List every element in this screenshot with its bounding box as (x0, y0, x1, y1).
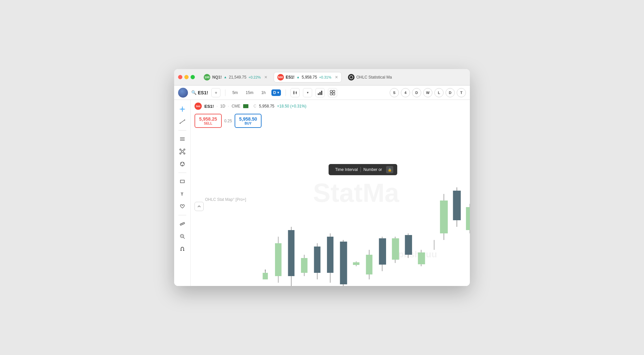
maximize-button[interactable] (191, 75, 195, 79)
buy-button[interactable]: 5,958.50 BUY (235, 114, 262, 128)
sell-label: SELL (199, 122, 217, 125)
svg-rect-8 (319, 92, 321, 95)
sell-button[interactable]: 5,958.25 SELL (195, 114, 222, 128)
active-interval-label: D (273, 90, 276, 95)
chart-header: 500 ES1! · 1D · CME C 5,958.75 +18.50 (+… (191, 100, 470, 112)
tab-es1[interactable]: 500 ES1! ▲ 5,958.75 +0.31% ✕ (274, 72, 342, 83)
svg-point-28 (180, 153, 181, 154)
minimize-button[interactable] (184, 75, 189, 79)
adjust-tool[interactable] (177, 159, 188, 169)
tooltip-lock-button[interactable]: 🔒 (386, 166, 393, 173)
svg-rect-84 (453, 191, 461, 220)
chart-type-dropdown[interactable]: ▾ (303, 88, 312, 97)
node-tool[interactable] (177, 146, 188, 157)
tab-symbol-es1: ES1! (286, 75, 295, 80)
svg-rect-59 (288, 230, 295, 276)
buy-price: 5,958.50 (239, 116, 257, 122)
dropdown-arrow: ▾ (277, 91, 279, 94)
interval-1h[interactable]: 1h (259, 89, 268, 96)
interval-5m[interactable]: 5m (230, 89, 240, 96)
hlines-tool[interactable] (177, 134, 188, 144)
svg-point-21 (184, 120, 185, 121)
svg-rect-4 (296, 92, 297, 94)
svg-point-0 (350, 76, 353, 79)
template-button[interactable] (328, 88, 337, 97)
line-tool[interactable] (177, 116, 188, 127)
svg-rect-9 (321, 91, 322, 95)
btn-W[interactable]: W (423, 88, 432, 97)
search-icon: 🔍 (191, 90, 196, 95)
ruler-icon (179, 221, 185, 227)
btn-L[interactable]: L (434, 88, 444, 97)
crosshair-tool[interactable] (177, 104, 188, 114)
svg-line-30 (181, 150, 182, 151)
crosshair-icon (179, 106, 186, 112)
sell-price: 5,958.25 (199, 116, 217, 122)
svg-rect-10 (330, 90, 332, 92)
close-button[interactable] (178, 75, 182, 79)
chart-container: T (174, 100, 470, 286)
tooltip-popup: Time Interval Number or 🔒 (329, 164, 397, 175)
chart-type-button[interactable] (290, 88, 300, 97)
tab-ohlc[interactable]: OHLC Statistical Ma (344, 72, 396, 83)
indicators-icon (317, 90, 323, 95)
chart-symbol: ES1! (204, 104, 214, 109)
symbol-search[interactable]: 🔍 ES1! (191, 90, 208, 95)
svg-rect-69 (353, 262, 359, 265)
rectangle-tool[interactable] (177, 176, 188, 187)
chart-exchange: CME (232, 104, 241, 108)
magnet-tool[interactable] (177, 244, 188, 254)
plus-icon: ＋ (214, 90, 218, 96)
ruler-tool[interactable] (177, 219, 188, 229)
candle-icon (292, 90, 298, 95)
svg-point-29 (184, 153, 185, 154)
adjust-icon (179, 161, 185, 167)
main-chart[interactable]: 500 ES1! · 1D · CME C 5,958.75 +18.50 (+… (191, 100, 470, 286)
interval-15m[interactable]: 15m (243, 89, 256, 96)
svg-line-44 (181, 224, 181, 225)
symbol-text: ES1! (198, 90, 208, 95)
btn-4[interactable]: 4 (401, 88, 410, 97)
template-icon (330, 90, 335, 95)
svg-rect-71 (366, 255, 373, 274)
divider-2 (286, 89, 286, 96)
chart-flag (243, 104, 248, 108)
zoom-icon (179, 233, 185, 239)
ohlc-close-value: 5,958.75 (259, 104, 274, 108)
spread-value: 0.25 (224, 119, 232, 123)
tab-close-es1[interactable]: ✕ (335, 75, 338, 80)
svg-line-46 (183, 223, 183, 224)
lt-divider-3 (178, 215, 186, 215)
svg-text:T: T (181, 192, 183, 197)
svg-rect-65 (327, 237, 334, 273)
btn-S[interactable]: S (390, 88, 399, 97)
svg-line-33 (183, 152, 184, 153)
svg-rect-73 (379, 238, 386, 265)
chart-timeframe: 1D (220, 104, 225, 108)
heart-tool[interactable] (177, 201, 188, 212)
svg-point-18 (182, 108, 183, 110)
chart-sep1: · (217, 104, 218, 108)
text-tool[interactable]: T (177, 189, 188, 199)
indicators-button[interactable] (315, 88, 325, 97)
tab-arrow-es1: ▲ (296, 75, 300, 79)
lt-divider-1 (178, 130, 186, 130)
traffic-lights (178, 75, 195, 79)
btn-T[interactable]: T (457, 88, 466, 97)
btn-D1[interactable]: D (412, 88, 421, 97)
tooltip-item1: Time Interval (333, 167, 360, 172)
candlestick-chart (191, 161, 470, 286)
btn-D2[interactable]: D (446, 88, 455, 97)
user-avatar[interactable] (178, 88, 188, 98)
chart-dropdown-arrow: ▾ (307, 91, 309, 94)
add-symbol-button[interactable]: ＋ (211, 88, 220, 97)
zoom-tool[interactable] (177, 231, 188, 242)
tab-nq1[interactable]: 100 NQ1! ▲ 21,549.75 +0.22% ✕ (200, 72, 271, 83)
toolbar: 🔍 ES1! ＋ 5m 15m 1h D ▾ ▾ (174, 85, 470, 100)
right-controls: S 4 D W L D T (390, 88, 466, 97)
tab-change-nq1: +0.22% (248, 75, 261, 79)
interval-D-dropdown[interactable]: D ▾ (271, 89, 281, 96)
tab-icon-ohlc (348, 74, 355, 81)
ohlc-change: +18.50 (+0.31%) (277, 104, 306, 108)
tab-close-nq1[interactable]: ✕ (264, 75, 267, 80)
